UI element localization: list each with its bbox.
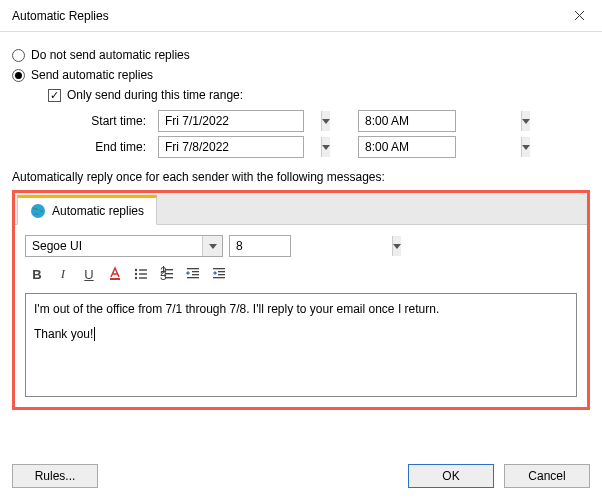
outdent-icon <box>185 266 201 282</box>
globe-icon <box>30 203 46 219</box>
radio-send[interactable]: Send automatic replies <box>12 68 590 82</box>
radio-label: Send automatic replies <box>31 68 153 82</box>
tab-automatic-replies[interactable]: Automatic replies <box>17 195 157 225</box>
text-cursor <box>94 327 95 341</box>
chevron-down-icon[interactable] <box>321 111 330 131</box>
radio-dont-send[interactable]: Do not send automatic replies <box>12 48 590 62</box>
button-label: Cancel <box>528 469 565 483</box>
radio-icon <box>12 49 25 62</box>
checkbox-only-range[interactable]: Only send during this time range: <box>48 88 590 102</box>
end-time-row: End time: <box>76 136 590 158</box>
radio-icon <box>12 69 25 82</box>
end-time-label: End time: <box>76 140 146 154</box>
svg-rect-17 <box>187 277 199 278</box>
svg-rect-21 <box>213 277 225 278</box>
chevron-down-icon[interactable] <box>521 137 530 157</box>
format-row <box>25 235 577 257</box>
bullets-icon <box>133 266 149 282</box>
checkbox-label: Only send during this time range: <box>67 88 243 102</box>
svg-rect-19 <box>218 271 225 272</box>
editor-panel: B I U 123 I'm out <box>15 225 587 407</box>
svg-text:3: 3 <box>160 269 167 282</box>
start-date-combo[interactable] <box>158 110 304 132</box>
svg-point-4 <box>135 273 137 275</box>
editor-highlight: Automatic replies B I U <box>12 190 590 410</box>
end-date-combo[interactable] <box>158 136 304 158</box>
font-input[interactable] <box>26 236 202 256</box>
ok-button[interactable]: OK <box>408 464 494 488</box>
numbering-button[interactable]: 123 <box>155 263 179 285</box>
start-date-input[interactable] <box>159 111 321 131</box>
svg-rect-20 <box>218 274 225 275</box>
start-time-combo[interactable] <box>358 110 456 132</box>
format-toolbar: B I U 123 <box>25 263 577 285</box>
instruction-text: Automatically reply once for each sender… <box>12 170 590 184</box>
button-label: OK <box>442 469 459 483</box>
svg-rect-5 <box>139 273 147 274</box>
start-time-row: Start time: <box>76 110 590 132</box>
svg-rect-14 <box>187 268 199 269</box>
close-icon <box>574 10 585 21</box>
indent-button[interactable] <box>207 263 231 285</box>
font-color-button[interactable] <box>103 263 127 285</box>
button-label: Rules... <box>35 469 76 483</box>
svg-rect-1 <box>110 278 120 280</box>
numbering-icon: 123 <box>159 266 175 282</box>
chevron-down-icon[interactable] <box>321 137 330 157</box>
bullets-button[interactable] <box>129 263 153 285</box>
message-line: I'm out of the office from 7/1 through 7… <box>34 300 568 319</box>
title-bar: Automatic Replies <box>0 0 602 32</box>
svg-point-2 <box>135 269 137 271</box>
svg-rect-13 <box>165 277 173 278</box>
radio-label: Do not send automatic replies <box>31 48 190 62</box>
outdent-button[interactable] <box>181 263 205 285</box>
close-button[interactable] <box>562 2 596 30</box>
bold-button[interactable]: B <box>25 263 49 285</box>
rules-button[interactable]: Rules... <box>12 464 98 488</box>
underline-button[interactable]: U <box>77 263 101 285</box>
end-time-combo[interactable] <box>358 136 456 158</box>
font-color-icon <box>107 266 123 282</box>
start-time-label: Start time: <box>76 114 146 128</box>
font-combo[interactable] <box>25 235 223 257</box>
size-input[interactable] <box>230 236 392 256</box>
svg-rect-15 <box>192 271 199 272</box>
chevron-down-icon[interactable] <box>392 236 401 256</box>
svg-rect-18 <box>213 268 225 269</box>
italic-button[interactable]: I <box>51 263 75 285</box>
size-combo[interactable] <box>229 235 291 257</box>
svg-rect-16 <box>192 274 199 275</box>
message-textarea[interactable]: I'm out of the office from 7/1 through 7… <box>25 293 577 397</box>
button-bar: Rules... OK Cancel <box>12 464 590 488</box>
chevron-down-icon[interactable] <box>202 236 222 256</box>
time-range-grid: Start time: End time: <box>76 110 590 158</box>
dialog-content: Do not send automatic replies Send autom… <box>0 32 602 410</box>
window-title: Automatic Replies <box>12 9 109 23</box>
indent-icon <box>211 266 227 282</box>
checkbox-icon <box>48 89 61 102</box>
svg-rect-7 <box>139 277 147 278</box>
tab-label: Automatic replies <box>52 204 144 218</box>
editor-tabstrip: Automatic replies <box>15 193 587 225</box>
svg-point-6 <box>135 277 137 279</box>
end-date-input[interactable] <box>159 137 321 157</box>
cancel-button[interactable]: Cancel <box>504 464 590 488</box>
end-time-input[interactable] <box>359 137 521 157</box>
svg-rect-3 <box>139 269 147 270</box>
chevron-down-icon[interactable] <box>521 111 530 131</box>
message-line: Thank you! <box>34 327 93 341</box>
start-time-input[interactable] <box>359 111 521 131</box>
